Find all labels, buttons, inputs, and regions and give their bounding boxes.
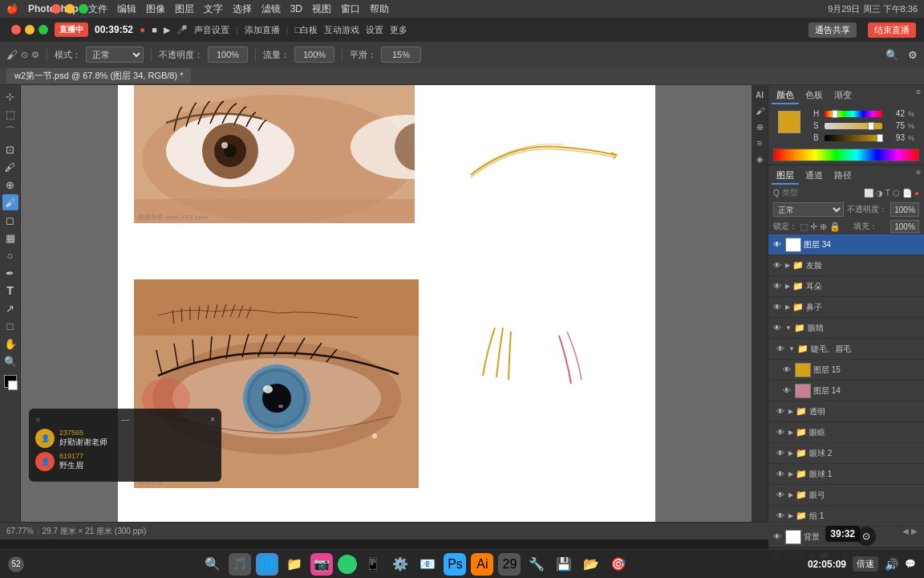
taskbar-num-29[interactable]: 29 bbox=[498, 553, 521, 576]
menu-window[interactable]: 窗口 bbox=[341, 2, 360, 16]
visibility-bg[interactable]: 👁 bbox=[772, 531, 783, 543]
timer-expand-icon[interactable]: ⊙ bbox=[857, 527, 876, 546]
apple-icon[interactable]: 🍎 bbox=[6, 3, 18, 14]
live-ctrl-play[interactable]: ▶ bbox=[164, 25, 170, 35]
type-tool[interactable]: T bbox=[2, 283, 18, 299]
blending-mode-select[interactable]: 正常 bbox=[773, 202, 844, 217]
menu-type[interactable]: 文字 bbox=[204, 2, 223, 16]
ai-tool-5[interactable]: ◈ bbox=[753, 153, 766, 165]
brush-size-icon[interactable]: ⊙ bbox=[21, 50, 28, 60]
filter-type-icon[interactable]: T bbox=[886, 189, 890, 197]
layer-row-nose[interactable]: 👁 ▶ 📁 鼻子 bbox=[768, 297, 924, 318]
taskbar-files[interactable]: 📁 bbox=[283, 553, 306, 576]
layer-row-eyebrow2[interactable]: 👁 ▶ 📁 眼弓 bbox=[768, 485, 924, 506]
visibility-eye[interactable]: 👁 bbox=[772, 323, 783, 334]
mode-select[interactable]: 正常 溶解 正片叠底 bbox=[86, 47, 144, 63]
eraser-tool[interactable]: ◻ bbox=[2, 212, 18, 228]
expand-lash[interactable]: ▼ bbox=[788, 345, 795, 352]
menu-file[interactable]: 文件 bbox=[88, 2, 107, 16]
lasso-tool[interactable]: ⌒ bbox=[2, 124, 18, 140]
brush-settings-icon[interactable]: ⚙ bbox=[31, 50, 39, 60]
opacity-input[interactable] bbox=[208, 47, 248, 63]
color-spectrum-bar[interactable] bbox=[773, 149, 919, 161]
menu-help[interactable]: 帮助 bbox=[370, 2, 389, 16]
layer-row-15[interactable]: 👁 图层 15 bbox=[768, 360, 924, 381]
visibility-34[interactable]: 👁 bbox=[772, 239, 783, 250]
visibility-15[interactable]: 👁 bbox=[781, 364, 792, 376]
live-ctrl-game[interactable]: 互动游戏 bbox=[324, 24, 359, 36]
background-color[interactable] bbox=[8, 381, 18, 390]
saturation-slider[interactable] bbox=[825, 123, 882, 129]
layers-panel-menu[interactable]: ≡ bbox=[916, 168, 921, 185]
close-button[interactable] bbox=[51, 4, 61, 14]
visibility-group1[interactable]: 👁 bbox=[775, 511, 786, 522]
hand-tool[interactable]: ✋ bbox=[2, 336, 18, 352]
share-button[interactable]: 通告共享 bbox=[808, 22, 857, 38]
layer-row-ear[interactable]: 👁 ▶ 📁 耳朵 bbox=[768, 276, 924, 297]
live-ctrl-settings[interactable]: 设置 bbox=[366, 24, 383, 36]
taskbar-tool-3[interactable]: 📂 bbox=[580, 553, 602, 576]
patch-tool[interactable]: ⊕ bbox=[2, 177, 18, 193]
visibility-ear[interactable]: 👁 bbox=[772, 281, 783, 292]
tab-channels[interactable]: 通道 bbox=[800, 168, 828, 185]
visibility-nose[interactable]: 👁 bbox=[772, 302, 783, 313]
tab-gradient[interactable]: 渐变 bbox=[829, 88, 857, 104]
taskbar-finder[interactable]: 🔍 bbox=[201, 553, 224, 576]
livebar-minimize[interactable] bbox=[25, 25, 34, 35]
layer-row-eyelid[interactable]: 👁 ▶ 📁 眼眶 bbox=[768, 422, 924, 443]
volume-icon[interactable]: 🔊 bbox=[885, 558, 898, 571]
ai-tool-4[interactable]: ≡ bbox=[753, 136, 766, 149]
lock-pixels-icon[interactable]: ⬚ bbox=[800, 222, 808, 232]
taskbar-circle-1[interactable] bbox=[338, 555, 357, 574]
settings-icon[interactable]: ⚙ bbox=[908, 49, 918, 61]
expand-trans[interactable]: ▶ bbox=[788, 408, 793, 415]
menu-3d[interactable]: 3D bbox=[290, 3, 302, 14]
brightness-slider[interactable] bbox=[825, 135, 882, 141]
taskbar-camera[interactable]: 📷 bbox=[310, 553, 333, 576]
end-live-button[interactable]: 结束直播 bbox=[868, 22, 916, 38]
layer-row-lash[interactable]: 👁 ▼ 📁 睫毛、眉毛 bbox=[768, 339, 924, 360]
live-ctrl-whiteboard[interactable]: □白板 bbox=[295, 24, 318, 36]
maximize-button[interactable] bbox=[79, 4, 88, 14]
expand-eyeball1[interactable]: ▶ bbox=[788, 470, 793, 478]
flow-input[interactable] bbox=[294, 47, 334, 63]
lock-move-icon[interactable]: ✛ bbox=[810, 222, 817, 232]
layer-row-34[interactable]: 👁 图层 34 bbox=[768, 234, 924, 255]
taskbar-browser[interactable]: 🌐 bbox=[256, 553, 278, 576]
layer-row-eye[interactable]: 👁 ▼ 📁 眼睛 bbox=[768, 318, 924, 339]
taskbar-tool-4[interactable]: 🎯 bbox=[607, 553, 630, 576]
taskbar-ai[interactable]: Ai bbox=[471, 553, 493, 576]
pen-tool[interactable]: ✒ bbox=[2, 265, 18, 281]
visibility-eyebrow2[interactable]: 👁 bbox=[775, 490, 786, 501]
layer-row-trans[interactable]: 👁 ▶ 📁 透明 bbox=[768, 401, 924, 422]
hue-slider[interactable] bbox=[825, 111, 882, 117]
menu-layer[interactable]: 图层 bbox=[175, 2, 194, 16]
chat-icon[interactable]: 💬 bbox=[905, 559, 916, 569]
ai-tool-3[interactable]: ⊕ bbox=[753, 120, 766, 133]
menu-image[interactable]: 图像 bbox=[146, 2, 165, 16]
layer-opacity-input[interactable] bbox=[890, 202, 919, 217]
expand-eyebrow2[interactable]: ▶ bbox=[788, 491, 793, 499]
saturation-value[interactable]: 75 bbox=[886, 121, 905, 130]
crop-tool[interactable]: ⊡ bbox=[2, 141, 18, 157]
gradient-tool[interactable]: ▦ bbox=[2, 230, 18, 246]
live-ctrl-cam[interactable]: ■ bbox=[152, 25, 157, 35]
color-panel-menu[interactable]: ≡ bbox=[916, 88, 921, 104]
expand-face[interactable]: ▶ bbox=[785, 262, 790, 269]
visibility-14[interactable]: 👁 bbox=[781, 385, 792, 397]
menu-view[interactable]: 视图 bbox=[312, 2, 331, 16]
filter-toggle[interactable]: ● bbox=[914, 189, 919, 197]
filter-smart-icon[interactable]: 📄 bbox=[902, 189, 912, 197]
speed-button[interactable]: 倍速 bbox=[853, 556, 878, 572]
ai-tool-2[interactable]: 🖌 bbox=[753, 104, 766, 117]
expand-eye[interactable]: ▼ bbox=[785, 324, 792, 332]
zoom-tool[interactable]: 🔍 bbox=[2, 353, 18, 369]
active-file-tab[interactable]: w2第一节.psd @ 67.8% (图层 34, RGB/8) * bbox=[6, 68, 191, 83]
menu-select[interactable]: 选择 bbox=[233, 2, 252, 16]
brightness-value[interactable]: 93 bbox=[886, 133, 905, 142]
taskbar-util-2[interactable]: ⚙️ bbox=[389, 553, 411, 576]
move-tool[interactable]: ⊹ bbox=[2, 88, 18, 104]
filter-shape-icon[interactable]: ⬡ bbox=[893, 189, 900, 197]
live-ctrl-more[interactable]: 更多 bbox=[390, 24, 407, 36]
selection-tool[interactable]: ⬚ bbox=[2, 106, 18, 122]
